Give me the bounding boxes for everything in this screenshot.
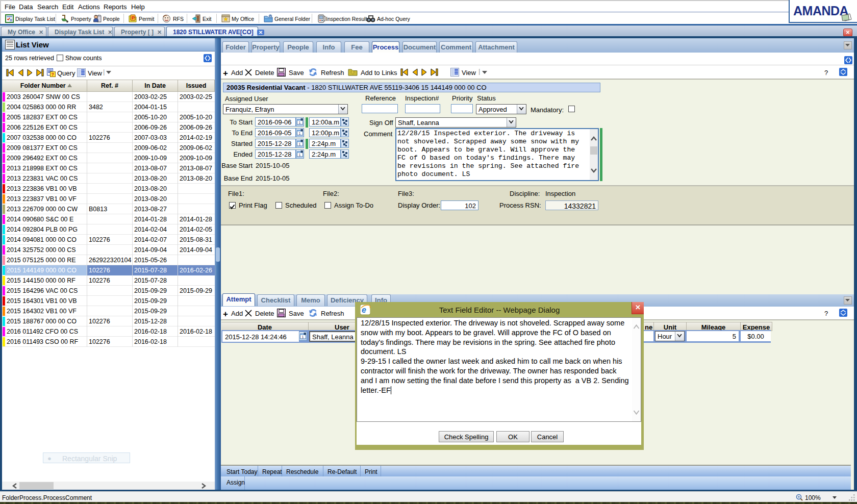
svg-text:1: 1 [299, 142, 301, 146]
svg-text:1: 1 [299, 132, 301, 135]
svg-text:1: 1 [299, 153, 301, 157]
svg-text:1: 1 [302, 335, 304, 339]
svg-text:P: P [132, 15, 135, 20]
svg-text:1: 1 [299, 121, 301, 124]
svg-text:?: ? [52, 72, 55, 77]
